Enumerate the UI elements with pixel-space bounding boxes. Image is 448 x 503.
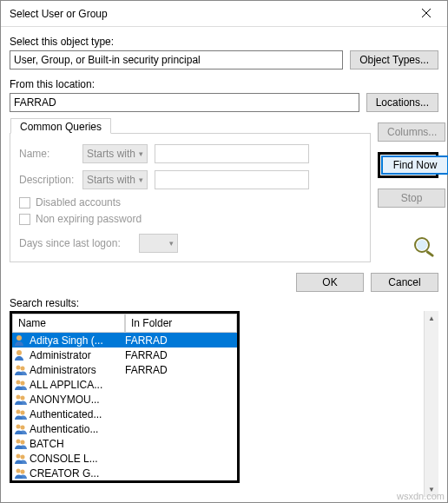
result-row[interactable]: AdministratorFARRAD <box>12 347 237 362</box>
tab-common-queries[interactable]: Common Queries <box>10 118 111 134</box>
name-filter-label: Name: <box>19 148 76 160</box>
svg-point-14 <box>21 410 25 414</box>
titlebar: Select User or Group <box>1 1 447 27</box>
svg-point-6 <box>16 350 22 355</box>
result-name: Authenticatio... <box>30 423 125 435</box>
group-icon <box>14 364 28 376</box>
svg-point-19 <box>16 453 21 458</box>
name-match-select[interactable]: Starts with ▾ <box>82 144 148 163</box>
svg-point-17 <box>16 439 21 443</box>
disabled-accounts-label: Disabled accounts <box>36 196 121 208</box>
results-header: Name In Folder <box>12 314 237 333</box>
name-match-value: Starts with <box>87 148 135 160</box>
result-name: Administrator <box>30 349 125 361</box>
group-icon <box>14 379 28 391</box>
window-title: Select User or Group <box>10 8 108 20</box>
group-icon <box>14 394 28 406</box>
result-folder: FARRAD <box>125 349 168 361</box>
days-since-logon-select[interactable]: ▾ <box>139 234 178 253</box>
group-icon <box>14 438 28 450</box>
svg-point-20 <box>21 454 25 459</box>
group-icon <box>14 453 28 465</box>
svg-point-18 <box>21 440 25 444</box>
find-now-button[interactable]: Find Now <box>381 156 448 175</box>
columns-button[interactable]: Columns... <box>378 122 445 142</box>
find-now-highlight: Find Now <box>378 152 438 178</box>
result-row[interactable]: ANONYMOU... <box>12 392 237 407</box>
result-row[interactable]: BATCH <box>12 436 237 451</box>
disabled-accounts-checkbox[interactable] <box>19 197 30 208</box>
watermark: wsxdn.com <box>397 491 445 501</box>
days-since-logon-label: Days since last logon: <box>19 237 132 249</box>
svg-point-9 <box>16 380 21 384</box>
svg-point-21 <box>16 468 21 473</box>
result-row[interactable]: Authenticated... <box>12 407 237 421</box>
name-filter-input[interactable] <box>155 144 309 163</box>
result-row[interactable]: ALL APPLICA... <box>12 377 237 392</box>
description-match-value: Starts with <box>87 174 135 186</box>
svg-point-5 <box>16 335 22 341</box>
object-type-input[interactable] <box>10 50 343 69</box>
svg-point-7 <box>16 365 21 369</box>
results-highlight-box: Name In Folder Aditya Singh (...FARRADAd… <box>10 311 240 483</box>
description-filter-label: Description: <box>19 174 76 186</box>
result-name: BATCH <box>30 438 125 450</box>
result-row[interactable]: AdministratorsFARRAD <box>12 362 237 377</box>
column-header-name[interactable]: Name <box>12 314 125 333</box>
svg-point-10 <box>21 381 25 385</box>
svg-point-8 <box>21 366 25 370</box>
result-folder: FARRAD <box>125 364 168 376</box>
cancel-button[interactable]: Cancel <box>371 273 438 292</box>
result-name: ALL APPLICA... <box>30 379 125 391</box>
description-match-select[interactable]: Starts with ▾ <box>82 170 148 189</box>
user-icon <box>14 334 28 347</box>
column-header-folder[interactable]: In Folder <box>125 314 237 333</box>
result-row[interactable]: Aditya Singh (...FARRAD <box>12 333 237 347</box>
chevron-down-icon: ▾ <box>169 239 174 248</box>
svg-point-16 <box>21 425 25 429</box>
chevron-down-icon: ▾ <box>139 175 143 184</box>
svg-point-3 <box>417 240 427 250</box>
search-icon[interactable] <box>411 235 438 264</box>
result-name: Aditya Singh (... <box>30 334 125 347</box>
dialog-content: Select this object type: Object Types...… <box>1 27 447 502</box>
close-button[interactable] <box>409 3 444 25</box>
svg-point-11 <box>16 394 21 399</box>
svg-point-15 <box>16 424 21 428</box>
group-icon <box>14 408 28 420</box>
svg-point-13 <box>16 409 21 414</box>
result-row[interactable]: CREATOR G... <box>12 466 237 480</box>
results-list: Aditya Singh (...FARRADAdministratorFARR… <box>12 333 237 480</box>
result-name: Administrators <box>30 364 125 376</box>
result-name: CREATOR G... <box>30 467 125 480</box>
result-name: CONSOLE L... <box>30 453 125 465</box>
select-user-dialog: Select User or Group Select this object … <box>0 0 448 503</box>
group-icon <box>14 423 28 435</box>
user-icon <box>14 349 28 361</box>
locations-button[interactable]: Locations... <box>366 93 438 112</box>
group-icon <box>14 467 28 480</box>
close-icon <box>422 8 431 20</box>
result-name: Authenticated... <box>30 408 125 420</box>
common-queries-group: Common Queries Name: Starts with ▾ Descr… <box>10 133 371 262</box>
stop-button[interactable]: Stop <box>378 189 445 208</box>
result-row[interactable]: Authenticatio... <box>12 421 237 436</box>
non-expiring-label: Non expiring password <box>36 213 142 225</box>
non-expiring-checkbox[interactable] <box>19 214 30 225</box>
location-input[interactable] <box>10 93 359 112</box>
chevron-down-icon: ▾ <box>139 149 143 158</box>
result-folder: FARRAD <box>125 334 168 347</box>
svg-rect-4 <box>425 250 434 257</box>
result-row[interactable]: CONSOLE L... <box>12 451 237 466</box>
search-results-label: Search results: <box>10 297 438 309</box>
ok-button[interactable]: OK <box>296 273 364 292</box>
description-filter-input[interactable] <box>155 170 309 189</box>
svg-point-12 <box>21 395 25 400</box>
svg-point-22 <box>21 469 25 473</box>
object-types-button[interactable]: Object Types... <box>350 50 438 69</box>
location-label: From this location: <box>10 78 438 90</box>
result-name: ANONYMOU... <box>30 394 125 406</box>
object-type-label: Select this object type: <box>10 36 438 48</box>
results-scrollbar[interactable]: ▲ ▼ <box>424 311 438 497</box>
scroll-up-icon[interactable]: ▲ <box>425 311 438 326</box>
